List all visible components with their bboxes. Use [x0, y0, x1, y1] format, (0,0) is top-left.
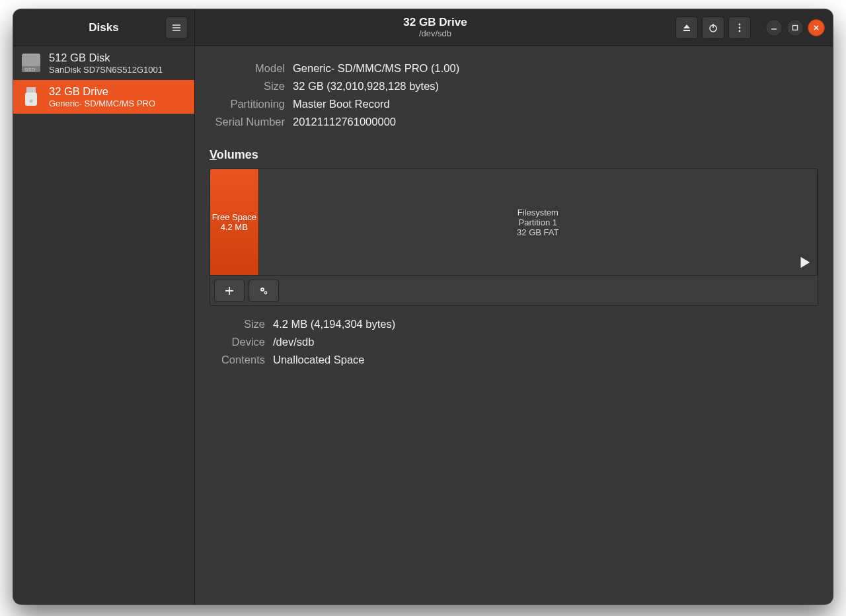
svg-point-14 — [265, 292, 266, 293]
headerbar-left: Disks — [13, 9, 195, 46]
svg-rect-4 — [793, 25, 798, 30]
window-body: SSD 512 GB Disk SanDisk SD7SN6S512G1001 … — [13, 46, 833, 604]
volumes-strip: Free Space 4.2 MB Filesystem Partition 1… — [210, 169, 818, 275]
play-icon — [797, 255, 812, 270]
info-value-model: Generic- SD/MMC/MS PRO (1.00) — [293, 62, 459, 75]
info-label-size: Size — [210, 80, 293, 93]
detail-value-contents: Unallocated Space — [273, 354, 365, 366]
detail-value-device: /dev/sdb — [273, 336, 314, 348]
drive-list-item[interactable]: SSD 512 GB Disk SanDisk SD7SN6S512G1001 — [13, 46, 194, 80]
power-icon — [708, 22, 718, 33]
drive-info-grid: ModelGeneric- SD/MMC/MS PRO (1.00) Size3… — [195, 46, 833, 136]
window-close-button[interactable] — [808, 19, 825, 36]
hamburger-icon — [171, 22, 182, 33]
drive-primary: 32 GB Drive — [49, 85, 155, 98]
selected-volume-details: Size4.2 MB (4,194,304 bytes) Device/dev/… — [195, 306, 833, 378]
window-maximize-button[interactable] — [787, 19, 804, 36]
eject-icon — [681, 22, 692, 33]
volume-settings-button[interactable] — [249, 280, 279, 302]
volumes-box: Free Space 4.2 MB Filesystem Partition 1… — [210, 169, 818, 306]
svg-point-10 — [30, 99, 33, 102]
svg-text:SSD: SSD — [24, 67, 36, 73]
drive-menu-button[interactable] — [728, 17, 751, 39]
volume-fs: 32 GB FAT — [517, 227, 558, 237]
detail-label-device: Device — [210, 336, 273, 348]
svg-point-3 — [739, 30, 741, 32]
maximize-icon — [792, 24, 798, 31]
info-label-serial: Serial Number — [210, 116, 293, 128]
volumes-toolbar — [210, 275, 818, 305]
svg-rect-9 — [25, 93, 37, 106]
window-minimize-button[interactable] — [765, 19, 783, 36]
volumes-section-title: Volumes — [210, 148, 833, 162]
svg-point-2 — [739, 26, 741, 28]
detail-value-size: 4.2 MB (4,194,304 bytes) — [273, 318, 395, 330]
volume-size: 4.2 MB — [221, 222, 248, 232]
drive-details: ModelGeneric- SD/MMC/MS PRO (1.00) Size3… — [195, 46, 833, 604]
plus-icon — [224, 286, 235, 296]
close-icon — [813, 24, 820, 31]
gears-icon — [258, 286, 269, 296]
headerbar: Disks 32 GB Drive /dev/sdb — [13, 9, 833, 46]
ssd-icon: SSD — [20, 52, 42, 74]
volume-label: Free Space — [212, 212, 256, 222]
app-menu-button[interactable] — [165, 17, 188, 39]
info-label-part: Partitioning — [210, 98, 293, 110]
app-title: Disks — [89, 21, 118, 34]
kebab-icon — [734, 22, 745, 33]
create-partition-button[interactable] — [214, 280, 245, 302]
headerbar-center: 32 GB Drive /dev/sdb — [195, 9, 675, 46]
detail-label-size: Size — [210, 318, 273, 330]
volume-subtitle: Partition 1 — [518, 217, 557, 227]
info-label-model: Model — [210, 62, 293, 75]
svg-point-13 — [262, 288, 263, 289]
svg-rect-8 — [26, 87, 36, 93]
volume-segment-partition[interactable]: Filesystem Partition 1 32 GB FAT — [259, 169, 818, 275]
app-window: Disks 32 GB Drive /dev/sdb — [13, 9, 833, 604]
volume-label: Filesystem — [518, 208, 558, 217]
drive-sidebar: SSD 512 GB Disk SanDisk SD7SN6S512G1001 … — [13, 46, 195, 604]
headerbar-right — [675, 9, 833, 46]
drive-primary: 512 GB Disk — [49, 52, 163, 65]
usb-icon — [20, 85, 42, 108]
volume-segment-free-space[interactable]: Free Space 4.2 MB — [210, 169, 259, 275]
power-button[interactable] — [702, 17, 724, 39]
mount-volume-button[interactable] — [797, 255, 812, 270]
drive-secondary: Generic- SD/MMC/MS PRO — [49, 98, 155, 108]
drive-path: /dev/sdb — [419, 28, 451, 38]
drive-title: 32 GB Drive — [403, 17, 467, 29]
eject-button[interactable] — [675, 17, 698, 39]
info-value-size: 32 GB (32,010,928,128 bytes) — [293, 80, 439, 93]
info-value-part: Master Boot Record — [293, 98, 390, 110]
minimize-icon — [771, 24, 777, 31]
detail-label-contents: Contents — [210, 354, 273, 366]
svg-point-1 — [739, 23, 741, 25]
drive-secondary: SanDisk SD7SN6S512G1001 — [49, 65, 163, 75]
drive-list-item[interactable]: 32 GB Drive Generic- SD/MMC/MS PRO — [13, 80, 194, 114]
info-value-serial: 20121112761000000 — [293, 116, 396, 128]
